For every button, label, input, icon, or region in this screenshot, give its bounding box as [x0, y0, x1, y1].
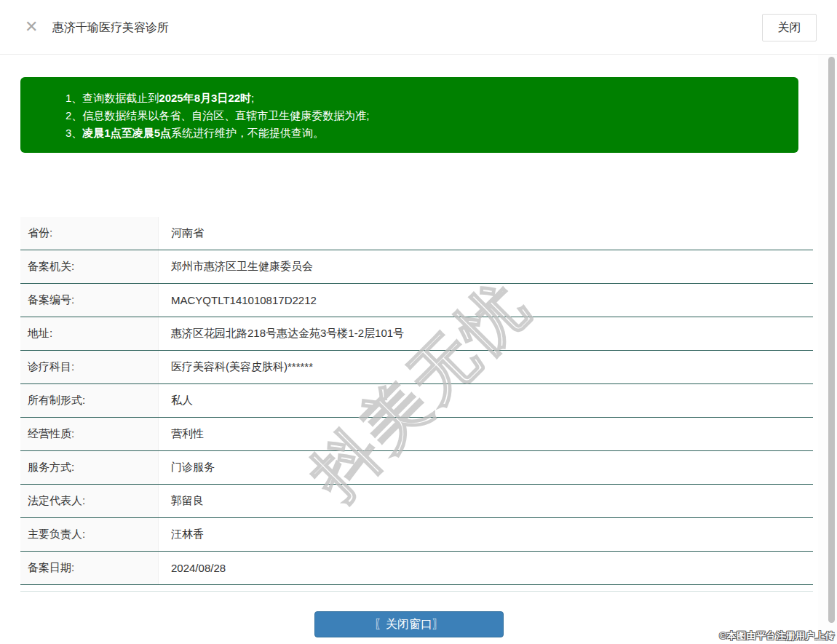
row-value: 2024/08/28: [159, 552, 813, 584]
table-row: 省份: 河南省: [20, 217, 813, 250]
notice-box: 1、查询数据截止到2025年8月3日22时; 2、信息数据结果以各省、自治区、直…: [20, 77, 798, 153]
row-label: 地址:: [20, 317, 159, 350]
copyright-stamp: ©本图由平台注册用户上传: [719, 629, 835, 643]
row-value: 河南省: [159, 217, 813, 250]
table-row: 备案机关: 郑州市惠济区卫生健康委员会: [20, 250, 813, 284]
row-label: 经营性质:: [20, 418, 159, 450]
close-x-icon[interactable]: ✕: [25, 19, 38, 35]
info-table: 省份: 河南省 备案机关: 郑州市惠济区卫生健康委员会 备案编号: MACYQT…: [20, 217, 813, 585]
row-value: 郭留良: [159, 485, 813, 517]
close-window-button[interactable]: 〖关闭窗口〗: [314, 611, 504, 637]
table-row: 备案日期: 2024/08/28: [20, 552, 813, 585]
notice-line-2: 2、信息数据结果以各省、自治区、直辖市卫生健康委数据为准;: [66, 107, 784, 124]
notice-text: ;: [251, 92, 254, 104]
notice-text: 系统进行维护，不能提供查询。: [171, 127, 324, 139]
row-value: 郑州市惠济区卫生健康委员会: [159, 250, 813, 283]
row-value: 惠济区花园北路218号惠达金苑3号楼1-2层101号: [159, 317, 813, 350]
table-row: 地址: 惠济区花园北路218号惠达金苑3号楼1-2层101号: [20, 317, 813, 351]
table-row: 备案编号: MACYQTLT141010817D2212: [20, 284, 813, 317]
close-button[interactable]: 关闭: [762, 14, 817, 41]
row-label: 服务方式:: [20, 451, 159, 484]
notice-text-bold: 凌晨1点至凌晨5点: [82, 127, 171, 139]
table-row: 法定代表人: 郭留良: [20, 485, 813, 518]
table-row: 诊疗科目: 医疗美容科(美容皮肤科)******: [20, 351, 813, 384]
row-label: 备案日期:: [20, 552, 159, 584]
notice-text: 1、查询数据截止到: [66, 92, 159, 104]
row-value: 门诊服务: [159, 451, 813, 484]
row-label: 所有制形式:: [20, 384, 159, 417]
row-label: 主要负责人:: [20, 518, 159, 551]
scrollbar-track[interactable]: [818, 55, 837, 644]
notice-text: 3、: [66, 127, 82, 139]
table-row: 经营性质: 营利性: [20, 418, 813, 451]
notice-line-3: 3、凌晨1点至凌晨5点系统进行维护，不能提供查询。: [66, 124, 784, 142]
row-value: 私人: [159, 384, 813, 417]
row-label: 备案机关:: [20, 250, 159, 283]
table-row: 主要负责人: 汪林香: [20, 518, 813, 552]
header-title: 惠济千瑜医疗美容诊所: [52, 20, 169, 36]
row-value: 医疗美容科(美容皮肤科)******: [159, 351, 813, 383]
row-label: 法定代表人:: [20, 485, 159, 517]
row-label: 备案编号:: [20, 284, 159, 317]
row-value: MACYQTLT141010817D2212: [159, 284, 813, 317]
table-row: 服务方式: 门诊服务: [20, 451, 813, 485]
scrollbar-thumb[interactable]: [828, 57, 835, 623]
table-row: 所有制形式: 私人: [20, 384, 813, 418]
row-value: 汪林香: [159, 518, 813, 551]
table-underline: [20, 591, 813, 592]
notice-line-1: 1、查询数据截止到2025年8月3日22时;: [66, 90, 784, 107]
header-bar: ✕ 惠济千瑜医疗美容诊所 关闭: [0, 0, 837, 55]
row-label: 省份:: [20, 217, 159, 250]
row-label: 诊疗科目:: [20, 351, 159, 383]
content-area: 1、查询数据截止到2025年8月3日22时; 2、信息数据结果以各省、自治区、直…: [0, 55, 818, 644]
row-value: 营利性: [159, 418, 813, 450]
notice-text: 2、信息数据结果以各省、自治区、直辖市卫生健康委数据为准;: [66, 109, 370, 122]
notice-text-bold: 2025年8月3日22时: [159, 92, 251, 104]
